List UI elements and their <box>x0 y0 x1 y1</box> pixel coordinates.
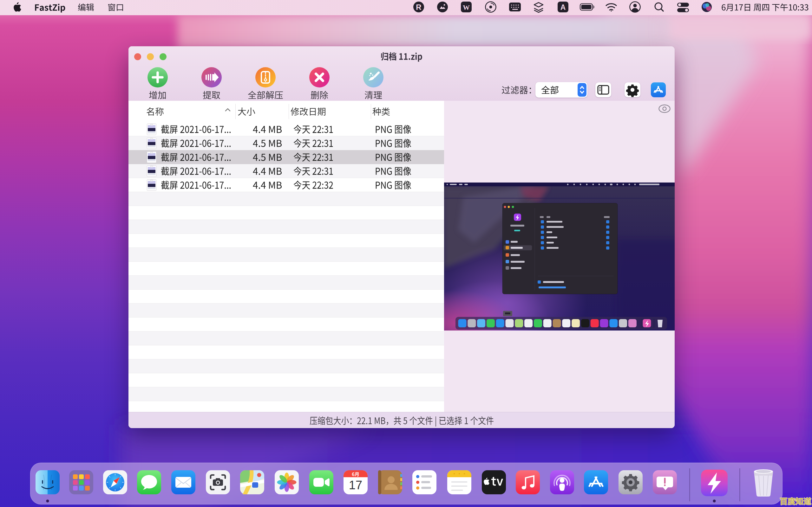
svg-text:A: A <box>560 3 566 11</box>
svg-text:W: W <box>463 3 470 11</box>
svg-text:17: 17 <box>349 478 362 492</box>
svg-text:R: R <box>416 3 421 11</box>
